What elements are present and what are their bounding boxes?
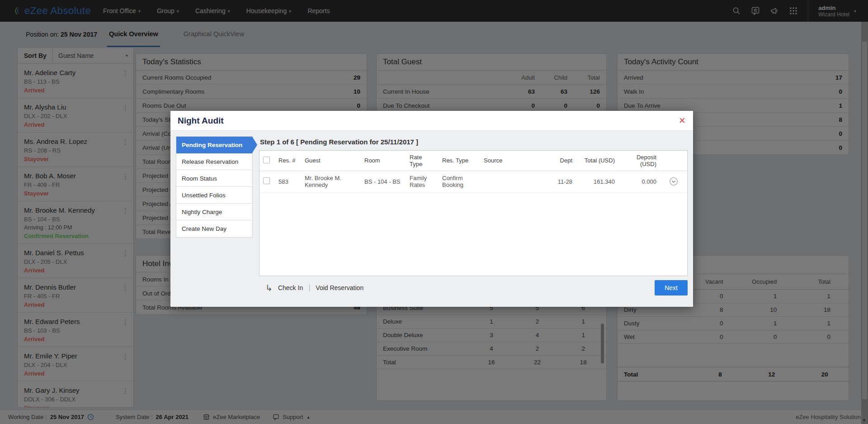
step-tab-label: Release Reservation: [182, 158, 238, 165]
app-root: eZee Absolute Front Office ▾ Group ▾ Cas…: [0, 0, 868, 424]
res-type-value: Confirm Booking: [439, 171, 480, 192]
select-all-checkbox[interactable]: [263, 157, 270, 163]
step-tab-label: Pending Reservation: [182, 142, 242, 148]
row-checkbox[interactable]: [263, 177, 270, 184]
deposit-line1: Deposit: [637, 154, 656, 161]
night-audit-step-tab[interactable]: Room Status: [176, 170, 252, 187]
res-no-value: 583: [275, 171, 301, 192]
night-audit-modal: Night Audit ✕ Pending Reservation Releas…: [170, 111, 693, 307]
night-audit-step-tab[interactable]: Pending Reservation: [176, 137, 252, 153]
column-header-dept: Dept: [543, 151, 576, 171]
close-icon[interactable]: ✕: [679, 116, 686, 125]
column-header-total: Total (USD): [576, 151, 618, 171]
night-audit-steps: Pending Reservation Release Reservation …: [176, 136, 253, 238]
void-reservation-button[interactable]: Void Reservation: [316, 284, 363, 291]
column-header-rate-type: Rate Type: [406, 151, 439, 171]
room-value: BS - 104 - BS: [361, 171, 406, 192]
modal-content: Step 1 of 6 [ Pending Reservation for 25…: [259, 136, 688, 301]
night-audit-step-tab[interactable]: Unsettled Folios: [176, 187, 252, 204]
column-header-room: Room: [361, 151, 406, 171]
step-tab-label: Nightly Charge: [182, 209, 222, 215]
modal-actions: ↳ Check In | Void Reservation Next: [259, 280, 688, 295]
modal-title: Night Audit: [178, 116, 224, 126]
night-audit-step-tab[interactable]: Release Reservation: [176, 153, 252, 170]
redirect-arrow-icon: ↳: [265, 283, 273, 293]
expand-chevron-icon[interactable]: [669, 177, 678, 186]
pending-reservation-table: Res. # Guest Room Rate Type Res. Type So…: [259, 151, 687, 193]
column-header-res-no: Res. #: [275, 151, 301, 171]
next-button[interactable]: Next: [655, 280, 688, 295]
step-title: Step 1 of 6 [ Pending Reservation for 25…: [260, 138, 688, 146]
column-header-source: Source: [480, 151, 543, 171]
pending-reservation-table-box: Res. # Guest Room Rate Type Res. Type So…: [259, 150, 688, 276]
check-in-button[interactable]: Check In: [278, 284, 303, 291]
deposit-value: 0.000: [618, 171, 660, 192]
expander-column: [660, 151, 687, 171]
reservation-rows: 583 Mr. Brooke M. Kennedy BS - 104 - BS …: [259, 171, 687, 192]
action-separator: |: [308, 284, 310, 292]
expand-cell: [660, 171, 687, 192]
column-header-guest: Guest: [301, 151, 361, 171]
reservation-row[interactable]: 583 Mr. Brooke M. Kennedy BS - 104 - BS …: [259, 171, 687, 192]
table-header-row: Res. # Guest Room Rate Type Res. Type So…: [259, 151, 687, 171]
step-tab-label: Unsettled Folios: [182, 192, 226, 199]
modal-body: Pending Reservation Release Reservation …: [170, 131, 693, 306]
dept-value: 11-28: [543, 171, 576, 192]
deposit-line2: (USD): [640, 161, 656, 167]
step-tab-label: Create New Day: [182, 225, 226, 232]
total-value: 161.340: [576, 171, 618, 192]
rate-type-value: Family Rates: [406, 171, 439, 192]
guest-value: Mr. Brooke M. Kennedy: [301, 171, 361, 192]
modal-header: Night Audit ✕: [170, 111, 693, 131]
night-audit-step-tab[interactable]: Create New Day: [176, 220, 252, 237]
select-all-cell: [259, 151, 275, 171]
night-audit-step-tab[interactable]: Nightly Charge: [176, 204, 252, 220]
source-value: [480, 171, 543, 192]
column-header-deposit: Deposit (USD): [618, 151, 660, 171]
row-select-cell: [259, 171, 275, 192]
column-header-res-type: Res. Type: [439, 151, 480, 171]
step-tab-label: Room Status: [182, 175, 217, 182]
